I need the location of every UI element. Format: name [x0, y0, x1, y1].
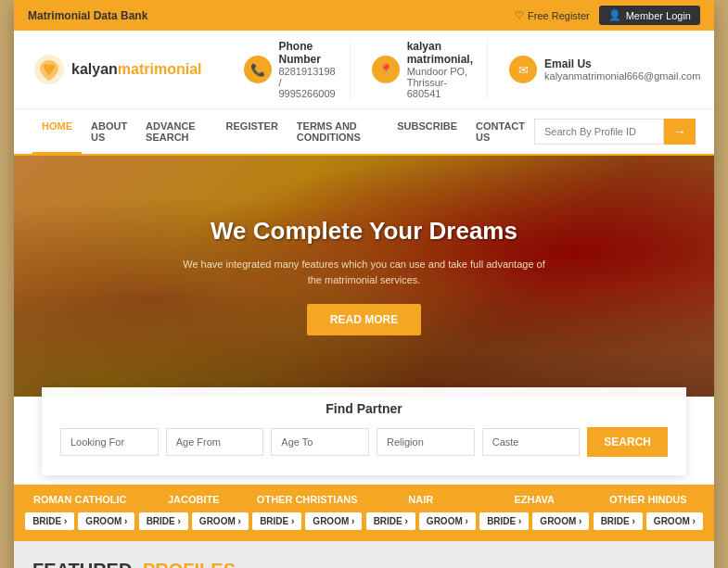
jacobite-bride-btn[interactable]: BRIDE ›	[139, 512, 188, 530]
location-icon: 📍	[372, 56, 400, 83]
search-fields-row: Looking For Age From Age To Religion Cas…	[60, 427, 668, 457]
category-buttons-row: BRIDE › GROOM › BRIDE › GROOM › BRIDE › …	[23, 512, 705, 530]
ezhava-btns: BRIDE › GROOM ›	[478, 512, 592, 530]
phone-icon: 📞	[244, 56, 272, 83]
other-christians-bride-btn[interactable]: BRIDE ›	[252, 512, 301, 530]
address-info: kalyan matrimonial, Mundoor PO, Thrissur…	[407, 40, 473, 99]
heart-icon: ♡	[515, 9, 524, 21]
category-nair: NAIR	[364, 494, 479, 505]
nav-register[interactable]: REGISTER	[217, 109, 287, 154]
ezhava-groom-btn[interactable]: GROOM ›	[532, 512, 589, 530]
header-contact: 📞 Phone Number 8281913198 / 9995266009 📍…	[230, 40, 715, 99]
email-icon: ✉	[509, 56, 537, 83]
hero-section: We Complete Your Dreams We have integrat…	[14, 156, 714, 397]
nair-bride-btn[interactable]: BRIDE ›	[366, 512, 415, 530]
featured-section: FEATURED PROFILES	[14, 541, 714, 568]
top-bar: Matrimonial Data Bank ♡ Free Register 👤 …	[14, 0, 714, 31]
other-hindus-btns: BRIDE › GROOM ›	[592, 512, 706, 530]
jacobite-btns: BRIDE › GROOM ›	[137, 512, 251, 530]
header: kalyanmatrimonial 📞 Phone Number 8281913…	[14, 31, 714, 109]
phone-contact: 📞 Phone Number 8281913198 / 9995266009	[230, 40, 351, 99]
category-other-christians: OTHER CHRISTIANS	[250, 494, 364, 505]
profile-search-input[interactable]	[534, 119, 664, 145]
logo[interactable]: kalyanmatrimonial	[32, 53, 202, 86]
nav-links: HOME ABOUT US ADVANCE SEARCH REGISTER TE…	[32, 109, 534, 154]
logo-text: kalyanmatrimonial	[71, 61, 202, 78]
hero-title: We Complete Your Dreams	[179, 217, 550, 246]
looking-for-select[interactable]: Looking For	[60, 428, 159, 456]
search-button[interactable]: SEARCH	[587, 427, 668, 457]
roman-catholic-btns: BRIDE › GROOM ›	[23, 512, 137, 530]
ezhava-bride-btn[interactable]: BRIDE ›	[479, 512, 529, 530]
roman-catholic-bride-btn[interactable]: BRIDE ›	[25, 512, 74, 530]
other-hindus-bride-btn[interactable]: BRIDE ›	[594, 512, 643, 530]
religion-select[interactable]: Religion	[377, 428, 475, 456]
profile-search-button[interactable]: →	[664, 119, 696, 145]
nav-search: →	[534, 119, 696, 145]
category-ezhava: EZHAVA	[478, 494, 592, 505]
nav-terms[interactable]: TERMS AND CONDITIONS	[287, 109, 388, 154]
find-partner-box: Find Partner Looking For Age From Age To…	[42, 387, 686, 475]
nair-groom-btn[interactable]: GROOM ›	[419, 512, 476, 530]
nav-subscribe[interactable]: SUBSCRIBE	[388, 109, 466, 154]
site-title: Matrimonial Data Bank	[28, 9, 147, 22]
nav-contact[interactable]: CONTACT US	[466, 109, 534, 154]
featured-heading: FEATURED PROFILES	[32, 560, 696, 568]
age-to-select[interactable]: Age To	[271, 428, 369, 456]
nav-bar: HOME ABOUT US ADVANCE SEARCH REGISTER TE…	[14, 109, 714, 156]
category-roman-catholic: ROMAN CATHOLIC	[23, 494, 137, 505]
phone-info: Phone Number 8281913198 / 9995266009	[279, 40, 336, 99]
nav-advance-search[interactable]: ADVANCE SEARCH	[136, 109, 216, 154]
nav-home[interactable]: HOME	[32, 109, 82, 154]
email-info: Email Us kalyanmatrimonial666@gmail.com	[544, 57, 700, 82]
find-partner-title: Find Partner	[60, 401, 668, 416]
free-register-link[interactable]: ♡ Free Register	[515, 9, 590, 21]
nav-about[interactable]: ABOUT US	[82, 109, 136, 154]
category-other-hindus: OTHER HINDUS	[592, 494, 706, 505]
user-icon: 👤	[608, 9, 621, 21]
browser-frame: Matrimonial Data Bank ♡ Free Register 👤 …	[14, 0, 714, 568]
jacobite-groom-btn[interactable]: GROOM ›	[192, 512, 249, 530]
age-from-select[interactable]: Age From	[166, 428, 264, 456]
other-hindus-groom-btn[interactable]: GROOM ›	[646, 512, 703, 530]
hero-description: We have integrated many features which y…	[179, 257, 550, 287]
category-names-row: ROMAN CATHOLIC JACOBITE OTHER CHRISTIANS…	[23, 494, 705, 505]
other-christians-groom-btn[interactable]: GROOM ›	[305, 512, 362, 530]
address-contact: 📍 kalyan matrimonial, Mundoor PO, Thriss…	[358, 40, 488, 99]
category-bar: ROMAN CATHOLIC JACOBITE OTHER CHRISTIANS…	[14, 485, 714, 541]
email-contact: ✉ Email Us kalyanmatrimonial666@gmail.co…	[495, 56, 714, 83]
member-login-button[interactable]: 👤 Member Login	[599, 6, 700, 25]
logo-icon	[32, 53, 66, 86]
hero-content: We Complete Your Dreams We have integrat…	[179, 217, 550, 335]
caste-select[interactable]: Caste	[482, 428, 581, 456]
category-jacobite: JACOBITE	[137, 494, 251, 505]
nair-btns: BRIDE › GROOM ›	[364, 512, 479, 530]
read-more-button[interactable]: READ MORE	[307, 304, 421, 335]
top-bar-right: ♡ Free Register 👤 Member Login	[515, 6, 700, 25]
roman-catholic-groom-btn[interactable]: GROOM ›	[78, 512, 134, 530]
other-christians-btns: BRIDE › GROOM ›	[250, 512, 364, 530]
